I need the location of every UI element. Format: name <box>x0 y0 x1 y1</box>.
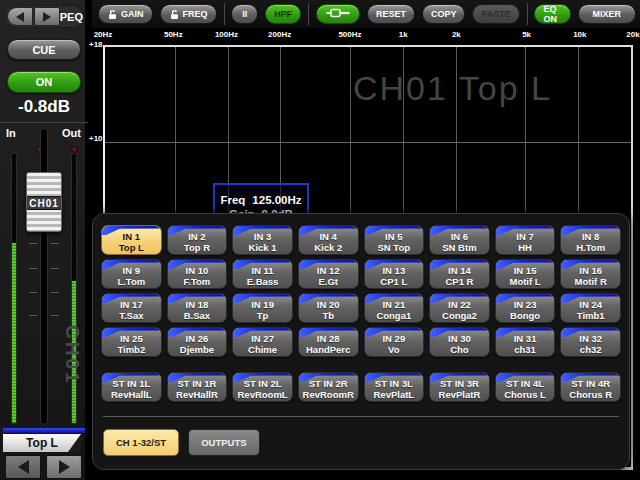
pair-button[interactable]: II <box>231 4 258 24</box>
fader-handle[interactable]: CH01 <box>26 172 62 232</box>
channel-id-label: ST IN 4R <box>571 378 610 389</box>
left-arrow-icon <box>18 460 29 474</box>
tab-outputs[interactable]: OUTPUTS <box>188 429 259 456</box>
channel-name-label: T.Sax <box>119 310 143 321</box>
fader-tick <box>29 315 37 316</box>
next-channel-arrow-button[interactable] <box>46 455 82 479</box>
channel-name-label: RevHallL <box>111 389 152 400</box>
channel-button-in-14[interactable]: IN 14CP1 R <box>429 259 490 289</box>
channel-button-st-in-2r[interactable]: ST IN 2RRevRoomR <box>298 372 359 402</box>
channel-button-st-in-1r[interactable]: ST IN 1RRevHallR <box>167 372 228 402</box>
mixer-button[interactable]: MIXER <box>578 4 636 24</box>
channel-name-label: Motif L <box>509 276 540 287</box>
right-arrow-icon <box>43 12 51 22</box>
channel-color-bar <box>3 428 85 433</box>
channel-button-in-22[interactable]: IN 22Conga2 <box>429 293 490 323</box>
gain-lock-button[interactable]: GAIN <box>98 4 153 24</box>
fader-tick <box>51 292 59 293</box>
channel-id-label: IN 29 <box>382 333 405 344</box>
channel-button-in-7[interactable]: IN 7HH <box>495 225 556 255</box>
channel-id-label: IN 24 <box>579 299 602 310</box>
channel-button-st-in-3r[interactable]: ST IN 3RRevPlatR <box>429 372 490 402</box>
channel-button-in-19[interactable]: IN 19Tp <box>232 293 293 323</box>
channel-name-label: RevRoomL <box>237 389 287 400</box>
freq-tick-label: 10k <box>573 30 586 39</box>
reset-button[interactable]: RESET <box>367 4 415 24</box>
meter-out-label: Out <box>62 127 81 139</box>
channel-name-label: Kick 1 <box>249 242 277 253</box>
channel-button-in-15[interactable]: IN 15Motif L <box>495 259 556 289</box>
channel-name-label: Motif R <box>575 276 607 287</box>
channel-button-in-28[interactable]: IN 28HandPerc <box>298 327 359 357</box>
gain-button-label: GAIN <box>121 9 144 19</box>
channel-button-in-16[interactable]: IN 16Motif R <box>560 259 621 289</box>
tab-ch-1-32-st[interactable]: CH 1-32/ST <box>103 429 179 456</box>
channel-id-label: ST IN 3R <box>440 378 479 389</box>
channel-button-in-8[interactable]: IN 8H.Tom <box>560 225 621 255</box>
channel-button-in-30[interactable]: IN 30Cho <box>429 327 490 357</box>
channel-button-in-27[interactable]: IN 27Chime <box>232 327 293 357</box>
channel-button-in-24[interactable]: IN 24Timb1 <box>560 293 621 323</box>
channel-button-in-21[interactable]: IN 21Conga1 <box>364 293 425 323</box>
channel-button-st-in-4r[interactable]: ST IN 4RChorus R <box>560 372 621 402</box>
channel-id-watermark: CH01 <box>61 325 83 430</box>
channel-button-in-17[interactable]: IN 17T.Sax <box>101 293 162 323</box>
channel-id-label: ST IN 2L <box>244 378 282 389</box>
prev-channel-arrow-button[interactable] <box>5 455 41 479</box>
freq-lock-button[interactable]: FREQ <box>160 4 217 24</box>
channel-name-label: HandPerc <box>306 344 350 355</box>
eq-on-button[interactable]: EQ ON <box>534 4 570 24</box>
channel-button-in-11[interactable]: IN 11E.Bass <box>232 259 293 289</box>
name-plate-notch <box>68 434 81 452</box>
channel-id-label: IN 19 <box>251 299 274 310</box>
channel-button-in-32[interactable]: IN 32ch32 <box>560 327 621 357</box>
channel-button-in-6[interactable]: IN 6SN Btm <box>429 225 490 255</box>
paste-button[interactable]: PASTE <box>472 4 519 24</box>
channel-button-in-18[interactable]: IN 18B.Sax <box>167 293 228 323</box>
channel-button-st-in-2l[interactable]: ST IN 2LRevRoomL <box>232 372 293 402</box>
channel-button-st-in-3l[interactable]: ST IN 3LRevPlatL <box>364 372 425 402</box>
channel-button-in-12[interactable]: IN 12E.Gt <box>298 259 359 289</box>
eq-type-button[interactable] <box>316 4 360 24</box>
channel-button-in-9[interactable]: IN 9L.Tom <box>101 259 162 289</box>
peq-mode-label: PEQ <box>60 11 83 23</box>
channel-button-in-3[interactable]: IN 3Kick 1 <box>232 225 293 255</box>
channel-button-in-13[interactable]: IN 13CP1 L <box>364 259 425 289</box>
channel-name-label: CP1 R <box>445 276 473 287</box>
fader-cap-label: CH01 <box>27 196 61 210</box>
lock-icon <box>169 9 180 20</box>
copy-button[interactable]: COPY <box>422 4 466 24</box>
channel-id-label: ST IN 3L <box>375 378 413 389</box>
left-arrow-icon <box>16 12 24 22</box>
channel-button-in-29[interactable]: IN 29Vo <box>364 327 425 357</box>
channel-name-label: Chime <box>248 344 277 355</box>
fader-value: -0.8dB <box>0 97 88 117</box>
eq-type-icon <box>325 7 351 21</box>
channel-on-button[interactable]: ON <box>7 71 81 93</box>
hpf-button[interactable]: HPF <box>265 4 301 24</box>
eq-toolbar: GAIN FREQ II HPF RESET COPY PASTE EQ ON … <box>92 0 640 28</box>
channel-button-st-in-1l[interactable]: ST IN 1LRevHallL <box>101 372 162 402</box>
prev-channel-button[interactable] <box>7 7 33 26</box>
channel-button-in-31[interactable]: IN 31ch31 <box>495 327 556 357</box>
channel-button-in-4[interactable]: IN 4Kick 2 <box>298 225 359 255</box>
freq-button-label: FREQ <box>183 9 208 19</box>
channel-id-label: IN 14 <box>448 265 471 276</box>
channel-button-in-10[interactable]: IN 10F.Tom <box>167 259 228 289</box>
channel-id-label: IN 31 <box>514 333 537 344</box>
channel-button-in-23[interactable]: IN 23Bongo <box>495 293 556 323</box>
channel-id-label: ST IN 4L <box>506 378 544 389</box>
next-channel-button[interactable] <box>34 7 60 26</box>
channel-button-in-1[interactable]: IN 1Top L <box>101 225 162 255</box>
cue-button[interactable]: CUE <box>7 39 81 60</box>
channel-button-in-20[interactable]: IN 20Tb <box>298 293 359 323</box>
channel-button-st-in-4l[interactable]: ST IN 4LChorus L <box>495 372 556 402</box>
channel-name-label: H.Tom <box>576 242 605 253</box>
channel-button-in-2[interactable]: IN 2Top R <box>167 225 228 255</box>
lock-icon <box>107 9 118 20</box>
channel-button-in-5[interactable]: IN 5SN Top <box>364 225 425 255</box>
channel-button-in-26[interactable]: IN 26Djembe <box>167 327 228 357</box>
channel-select-panel: IN 1Top LIN 2Top RIN 3Kick 1IN 4Kick 2IN… <box>92 213 630 470</box>
channel-button-in-25[interactable]: IN 25Timb2 <box>101 327 162 357</box>
input-channel-grid: IN 1Top LIN 2Top RIN 3Kick 1IN 4Kick 2IN… <box>101 225 621 357</box>
